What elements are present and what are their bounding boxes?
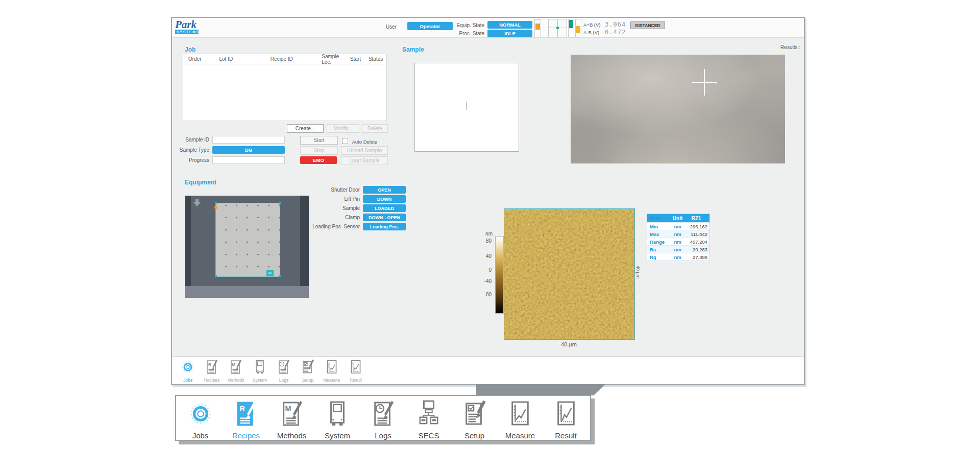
result-value: 407.204: [685, 239, 709, 245]
callout-item-jobs[interactable]: Jobs: [179, 400, 222, 440]
results-col-rz1: RZ1: [685, 216, 709, 221]
distanced-button[interactable]: DISTANCED: [630, 21, 665, 29]
colorbar-tick-0: 0: [477, 267, 492, 273]
system-icon: [253, 359, 266, 375]
plate-corner-br: [279, 275, 281, 277]
colorbar-tick-40: 40: [477, 253, 492, 259]
sample-id-input[interactable]: [212, 136, 285, 144]
toolbar-item-label: Logs: [273, 378, 295, 383]
col-order: Order: [183, 56, 219, 62]
auto-delete-label: Auto Delete: [352, 139, 377, 145]
toolbar-item-label: Result: [345, 378, 367, 383]
setup-icon: [301, 359, 314, 375]
result-item: Max: [647, 231, 670, 237]
setup-icon: [463, 400, 486, 428]
create-button[interactable]: Create...: [287, 124, 324, 133]
result-value: 20.263: [685, 247, 709, 252]
clamp-status: DOWN : OPEN: [363, 214, 406, 221]
results-table-header: Item Unit RZ1: [647, 214, 709, 222]
methods-icon: [229, 359, 242, 375]
equipment-panel-title: Equipment: [185, 179, 216, 186]
start-button[interactable]: Start: [300, 136, 338, 145]
results-label: Results :: [780, 44, 800, 50]
result-unit: nm: [670, 254, 685, 260]
toolbar-item-recipes[interactable]: Recipes: [201, 357, 223, 384]
sample-type-label: Sample Type: [172, 147, 209, 153]
callout-item-label: Setup: [453, 431, 496, 440]
toolbar-item-logs[interactable]: Logs: [273, 357, 295, 384]
plate-h-marker: H: [266, 270, 274, 276]
bottom-toolbar: Jobs Recipes Methods System Logs Setup: [172, 356, 804, 384]
wafer-map-view[interactable]: [414, 63, 519, 152]
result-unit: nm: [670, 231, 685, 237]
toolbar-item-methods[interactable]: Methods: [225, 357, 247, 384]
sample-type-value[interactable]: BG: [212, 146, 285, 154]
level-marker-teal: [569, 20, 573, 28]
callout-item-result[interactable]: Result: [545, 400, 587, 440]
delete-button[interactable]: Delete: [362, 124, 388, 133]
auto-delete-box[interactable]: [342, 138, 348, 144]
callout-item-label: Measure: [499, 431, 542, 440]
toolbar-item-measure[interactable]: Measure: [321, 357, 343, 384]
park-systems-logo: Park SYSTEMS: [175, 19, 199, 34]
logo-text: Park: [175, 19, 199, 30]
toolbar-item-label: Jobs: [177, 378, 199, 383]
lift-pin-status: DOWN: [363, 195, 406, 203]
emo-button[interactable]: EMO: [300, 156, 337, 164]
arrow-down-icon: [193, 199, 201, 207]
auto-delete-checkbox[interactable]: Auto Delete: [342, 136, 377, 146]
scan-size-right-label: 40 µm: [635, 266, 641, 278]
callout-toolbar: Jobs Recipes Methods System Logs SECS Se…: [175, 395, 591, 441]
camera-view[interactable]: [571, 55, 785, 163]
result-icon: [349, 359, 362, 375]
callout-item-secs[interactable]: SECS: [407, 400, 450, 440]
result-unit: nm: [670, 239, 685, 245]
toolbar-item-jobs[interactable]: Jobs: [177, 357, 199, 384]
jobs-icon: [181, 359, 194, 375]
toolbar-item-label: Recipes: [201, 378, 223, 383]
logs-icon: [372, 400, 395, 428]
results-col-item: Item: [647, 216, 670, 221]
toolbar-item-system[interactable]: System: [249, 357, 271, 384]
load-sample-button[interactable]: Load Sample: [341, 156, 388, 165]
result-icon: [554, 400, 578, 428]
equip-state-label: Equip. State: [437, 22, 484, 28]
toolbar-item-result[interactable]: Result: [345, 357, 367, 384]
results-table: Item Unit RZ1 Min nm -296.162 Max nm 111…: [647, 214, 710, 261]
results-row-max: Max nm 111.042: [647, 230, 709, 238]
equipment-schematic: H: [185, 196, 309, 298]
recipes-icon: [234, 400, 258, 428]
plate-orange-marker: [214, 206, 217, 209]
methods-icon: [280, 400, 304, 428]
callout-item-setup[interactable]: Setup: [453, 400, 496, 440]
toolbar-item-setup[interactable]: Setup: [297, 357, 319, 384]
measure-icon: [325, 359, 338, 375]
callout-item-methods[interactable]: Methods: [271, 400, 313, 440]
callout-item-system[interactable]: System: [316, 400, 359, 440]
callout-item-label: Methods: [271, 431, 313, 440]
callout-item-label: System: [316, 431, 359, 440]
progress-input[interactable]: [212, 156, 285, 164]
modify-button[interactable]: Modify...: [327, 124, 359, 133]
afm-scan-image[interactable]: [504, 208, 635, 340]
result-value: -296.162: [685, 224, 709, 229]
equip-state-value[interactable]: NORMAL: [487, 21, 532, 29]
equipment-right-rail: [300, 196, 309, 298]
col-start: Start: [350, 56, 369, 62]
camera-crosshair-v: [704, 69, 705, 96]
stop-button[interactable]: Stop: [300, 146, 338, 155]
proc-state-value[interactable]: IDLE: [487, 30, 532, 37]
callout-item-logs[interactable]: Logs: [362, 400, 405, 440]
callout-item-recipes[interactable]: Recipes: [225, 400, 267, 440]
sample-id-label: Sample ID: [172, 137, 209, 143]
callout-item-measure[interactable]: Measure: [499, 400, 542, 440]
a-minus-b-label: A-B (V): [583, 30, 599, 35]
job-table[interactable]: Order Lot ID Recipe ID Sample Loc. Start…: [183, 54, 387, 121]
scan-size-bottom-label: 40 µm: [504, 341, 634, 347]
unload-sample-button[interactable]: Unload Sample: [341, 146, 388, 155]
sample-panel-title: Sample: [402, 46, 424, 53]
a-plus-b-value: 3.064: [605, 21, 626, 28]
shutter-door-label: Shutter Door: [249, 187, 360, 193]
user-label: User: [374, 24, 397, 30]
jobs-icon: [189, 400, 212, 428]
